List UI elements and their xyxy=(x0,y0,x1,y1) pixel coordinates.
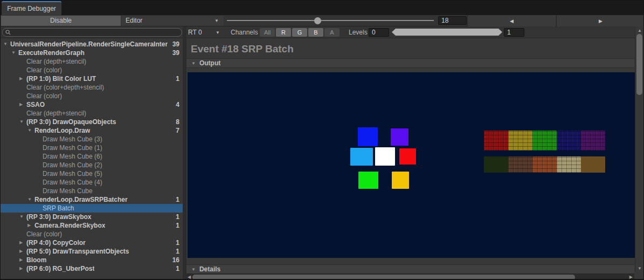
tree-item-label: Bloom xyxy=(26,256,46,264)
foldout-expanded-icon[interactable]: ▼ xyxy=(11,49,18,57)
horizontal-scrollbar[interactable]: ◀ ▶ xyxy=(186,274,634,280)
channel-button-g[interactable]: G xyxy=(292,28,307,37)
tree-item[interactable]: ▼(RP 3:0) DrawSkybox1 xyxy=(1,213,183,221)
tree-item[interactable]: Draw Mesh Cube (5) xyxy=(1,169,183,178)
output-section-header[interactable]: ▼ Output xyxy=(186,58,634,68)
foldout-collapsed-icon[interactable]: ▶ xyxy=(27,221,34,230)
tree-item[interactable]: ▶SSAO4 xyxy=(1,100,183,109)
next-event-button[interactable]: ▶ xyxy=(556,15,644,26)
chevron-down-icon: ▼ xyxy=(216,27,220,39)
tree-item[interactable]: Draw Mesh Cube (4) xyxy=(1,178,183,187)
details-section-header[interactable]: ▼ Details xyxy=(186,264,634,274)
frame-slider-track[interactable] xyxy=(227,20,434,21)
tree-item[interactable]: Draw Mesh Cube (1) xyxy=(1,144,183,152)
foldout-expanded-icon[interactable]: ▼ xyxy=(27,195,34,204)
brown-brick-cube xyxy=(508,156,532,173)
tree-item[interactable]: ▼RenderLoop.DrawSRPBatcher1 xyxy=(1,195,183,204)
vertical-scrollbar[interactable]: ▲ ▼ xyxy=(635,26,643,272)
search-input[interactable] xyxy=(2,28,182,37)
channel-button-all[interactable]: All xyxy=(260,28,275,37)
frame-slider[interactable] xyxy=(225,15,436,26)
tree-item[interactable]: Clear (color) xyxy=(1,230,183,238)
tree-item[interactable]: ▶(RP 1:0) Blit Color LUT1 xyxy=(1,74,183,83)
foldout-expanded-icon[interactable]: ▼ xyxy=(19,118,26,126)
white-cube xyxy=(375,147,395,166)
scroll-down-icon[interactable]: ▼ xyxy=(638,265,642,272)
tree-item[interactable]: Draw Mesh Cube (2) xyxy=(1,161,183,169)
tree-item[interactable]: ▶Bloom16 xyxy=(1,256,183,264)
tree-item[interactable]: SRP Batch xyxy=(1,204,183,213)
draw-call-count: 16 xyxy=(168,256,179,264)
tree-item[interactable]: Clear (color+depth+stencil) xyxy=(1,83,183,92)
disable-button[interactable]: Disable xyxy=(1,16,121,26)
red-brick-cube xyxy=(484,131,508,151)
foldout-collapsed-icon[interactable]: ▶ xyxy=(19,264,26,273)
tree-item[interactable]: ▼RenderLoop.Draw7 xyxy=(1,126,183,135)
horizontal-scrollbar-thumb[interactable] xyxy=(192,275,575,280)
draw-call-count: 1 xyxy=(171,221,179,230)
tree-item-label: Draw Mesh Cube (4) xyxy=(43,178,102,187)
tab-frame-debugger[interactable]: Frame Debugger xyxy=(2,1,61,15)
tree-item[interactable]: ▶(RP 6:0) RG_UberPost1 xyxy=(1,264,183,273)
tree-item[interactable]: Clear (color) xyxy=(1,66,183,74)
tree-item[interactable]: ▶Camera.RenderSkybox1 xyxy=(1,221,183,230)
channel-button-a[interactable]: A xyxy=(324,28,340,37)
tree-item[interactable]: Clear (depth+stencil) xyxy=(1,57,183,66)
render-target-value: RT 0 xyxy=(188,29,202,36)
details-section-label: Details xyxy=(199,265,220,273)
foldout-collapsed-icon[interactable]: ▶ xyxy=(19,100,26,109)
tree-item[interactable]: Draw Mesh Cube (6) xyxy=(1,152,183,161)
foldout-collapsed-icon[interactable]: ▶ xyxy=(19,74,26,83)
event-tree: ▼UniversalRenderPipeline.RenderSingleCam… xyxy=(1,38,183,279)
tree-item[interactable]: ▼UniversalRenderPipeline.RenderSingleCam… xyxy=(1,40,183,49)
main-toolbar: Disable Editor ▼ 18 ◀ ▶ xyxy=(1,15,643,26)
foldout-collapsed-icon[interactable]: ▶ xyxy=(19,256,26,264)
frame-number-field[interactable]: 18 xyxy=(438,16,467,25)
scroll-up-icon[interactable]: ▲ xyxy=(638,28,642,34)
levels-minmax-slider[interactable] xyxy=(392,29,502,36)
render-target-dropdown[interactable]: RT 0 ▼ xyxy=(186,26,222,38)
draw-call-count: 39 xyxy=(168,49,179,57)
dirt-brown-cube xyxy=(581,156,605,173)
foldout-expanded-icon[interactable]: ▼ xyxy=(19,213,26,221)
tree-item[interactable]: Clear (color) xyxy=(1,92,183,100)
levels-minmax-bar[interactable] xyxy=(392,29,502,36)
yellow-cube xyxy=(392,172,409,189)
frame-debugger-window: Frame Debugger Disable Editor ▼ 18 ◀ ▶ xyxy=(0,0,644,280)
tree-item[interactable]: ▼(RP 3:0) DrawOpaqueObjects8 xyxy=(1,118,183,126)
purple-brick-cube xyxy=(581,131,605,151)
tree-item[interactable]: Clear (depth+stencil) xyxy=(1,109,183,118)
chevron-down-icon: ▼ xyxy=(214,16,219,26)
tree-item[interactable]: Draw Mesh Cube (3) xyxy=(1,135,183,144)
channel-button-group: AllRGBA xyxy=(260,28,340,37)
scroll-right-icon[interactable]: ▶ xyxy=(629,274,633,280)
channel-button-r[interactable]: R xyxy=(276,28,291,37)
channels-label: Channels xyxy=(231,26,258,38)
foldout-collapsed-icon[interactable]: ▶ xyxy=(19,247,26,256)
tree-item-label: Draw Mesh Cube (1) xyxy=(43,144,102,152)
tree-item-label: Clear (color) xyxy=(26,92,62,100)
frame-slider-handle[interactable] xyxy=(314,17,321,24)
target-dropdown[interactable]: Editor ▼ xyxy=(121,16,224,26)
tree-item[interactable]: Draw Mesh Cube xyxy=(1,187,183,195)
tree-item[interactable]: ▶(RP 5:0) DrawTransparentObjects1 xyxy=(1,247,183,256)
tan-stone-cube xyxy=(557,156,581,173)
foldout-expanded-icon[interactable]: ▼ xyxy=(3,40,10,49)
tree-item-label: Clear (color+depth+stencil) xyxy=(26,83,104,92)
olive-brick-cube xyxy=(508,131,532,151)
foldout-expanded-icon[interactable]: ▼ xyxy=(27,126,34,135)
foldout-collapsed-icon[interactable]: ▶ xyxy=(19,238,26,247)
blue-cube xyxy=(358,127,378,146)
tree-item-label: Draw Mesh Cube (3) xyxy=(43,135,102,144)
previous-event-button[interactable]: ◀ xyxy=(467,15,556,26)
tree-item[interactable]: ▼ExecuteRenderGraph39 xyxy=(1,49,183,57)
vertical-scrollbar-thumb[interactable] xyxy=(636,34,642,95)
panel-divider[interactable] xyxy=(183,26,186,279)
scroll-left-icon[interactable]: ◀ xyxy=(188,274,191,280)
filter-bar: RT 0 ▼ Channels AllRGBA Levels 0 1 xyxy=(1,26,643,38)
levels-min-field[interactable]: 0 xyxy=(369,28,389,37)
channel-button-b[interactable]: B xyxy=(308,28,323,37)
tree-item[interactable]: ▶(RP 4:0) CopyColor1 xyxy=(1,238,183,247)
dark-green-cube xyxy=(484,156,508,173)
levels-max-field[interactable]: 1 xyxy=(504,28,524,37)
